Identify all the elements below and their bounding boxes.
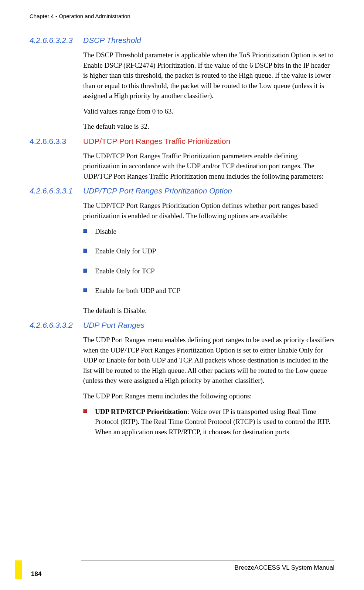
paragraph: The UDP/TCP Port Ranges Traffic Prioriti… [83, 151, 334, 182]
list-item: Enable for both UDP and TCP [83, 286, 334, 296]
list-item-bold: UDP RTP/RTCP Prioritization [95, 408, 187, 415]
section-title: UDP/TCP Port Ranges Traffic Prioritizati… [83, 137, 230, 146]
section-heading-udp-tcp-prioritization: 4.2.6.6.3.3UDP/TCP Port Ranges Traffic P… [30, 137, 334, 146]
list-item: Enable Only for TCP [83, 266, 334, 276]
yellow-tab [15, 560, 22, 579]
section-title: UDP/TCP Port Ranges Prioritization Optio… [83, 186, 232, 195]
paragraph: Valid values range from 0 to 63. [83, 106, 334, 117]
paragraph: The DSCP Threshold parameter is applicab… [83, 50, 334, 101]
page-number: 184 [31, 570, 41, 577]
section-title: UDP Port Ranges [83, 321, 144, 330]
list-item: Enable Only for UDP [83, 246, 334, 256]
page-footer: BreezeACCESS VL System Manual [30, 560, 334, 572]
option-list: Disable Enable Only for UDP Enable Only … [83, 226, 334, 296]
section-number: 4.2.6.6.3.3.2 [30, 321, 83, 330]
paragraph: The default is Disable. [83, 306, 334, 316]
section-title: DSCP Threshold [83, 36, 141, 45]
page-header: Chapter 4 - Operation and Administration [30, 13, 334, 21]
manual-name: BreezeACCESS VL System Manual [30, 564, 334, 572]
section-number: 4.2.6.6.3.3 [30, 137, 83, 146]
paragraph: The UDP Port Ranges menu enables definin… [83, 335, 334, 386]
paragraph: The UDP Port Ranges menu includes the fo… [83, 391, 334, 401]
section-number: 4.2.6.6.3.2.3 [30, 36, 83, 45]
section-heading-udp-port-ranges: 4.2.6.6.3.3.2UDP Port Ranges [30, 321, 334, 330]
option-list: UDP RTP/RTCP Prioritization: Voice over … [83, 407, 334, 437]
list-item: Disable [83, 226, 334, 237]
paragraph: The default value is 32. [83, 121, 334, 132]
section-heading-prioritization-option: 4.2.6.6.3.3.1UDP/TCP Port Ranges Priorit… [30, 186, 334, 195]
page-number-box: 184 [22, 570, 41, 578]
footer-rule [81, 560, 334, 560]
section-heading-dscp-threshold: 4.2.6.6.3.2.3DSCP Threshold [30, 36, 334, 45]
page-content: 4.2.6.6.3.2.3DSCP Threshold The DSCP Thr… [30, 36, 334, 437]
section-number: 4.2.6.6.3.3.1 [30, 186, 83, 195]
paragraph: The UDP/TCP Port Ranges Prioritization O… [83, 200, 334, 221]
list-item: UDP RTP/RTCP Prioritization: Voice over … [83, 407, 334, 437]
